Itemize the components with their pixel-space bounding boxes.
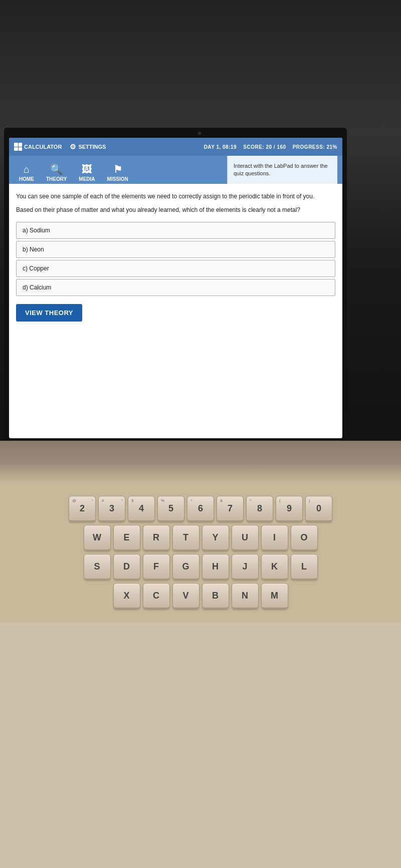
keyboard-row-asdf: S D F G H J K L xyxy=(5,554,396,580)
keyboard-area: @ * 2 # * 3 $ 4 % 5 ^ 6 & 7 * 8 ( xyxy=(0,486,401,622)
key-T[interactable]: T xyxy=(172,525,199,551)
gear-icon: ⚙ xyxy=(70,143,76,151)
calculator-icon xyxy=(14,143,22,151)
answer-c[interactable]: c) Copper xyxy=(16,260,335,277)
key-2[interactable]: @ * 2 xyxy=(69,496,96,522)
home-icon: ⌂ xyxy=(24,164,30,175)
key-4[interactable]: $ 4 xyxy=(128,496,155,522)
key-O[interactable]: O xyxy=(291,525,318,551)
key-7[interactable]: & 7 xyxy=(217,496,244,522)
key-3[interactable]: # * 3 xyxy=(98,496,125,522)
answer-d[interactable]: d) Calcium xyxy=(16,279,335,296)
key-N[interactable]: N xyxy=(232,583,259,609)
key-J[interactable]: J xyxy=(232,554,259,580)
key-C[interactable]: C xyxy=(143,583,170,609)
key-F[interactable]: F xyxy=(143,554,170,580)
question-text: You can see one sample of each of the el… xyxy=(16,192,335,215)
calculator-button[interactable]: CALCULATOR xyxy=(14,143,62,151)
question-body: Based on their phase of matter and what … xyxy=(16,205,335,215)
answers-list: a) Sodium b) Neon c) Copper d) Calcium xyxy=(16,222,335,296)
top-bar: CALCULATOR ⚙ SETTINGS DAY 1, 08:19 SCORE… xyxy=(9,138,342,156)
key-9[interactable]: ( 9 xyxy=(276,496,303,522)
key-E[interactable]: E xyxy=(113,525,140,551)
score-label: SCORE: 20 / 160 xyxy=(243,144,286,150)
key-6[interactable]: ^ 6 xyxy=(187,496,214,522)
main-content: You can see one sample of each of the el… xyxy=(9,184,342,438)
key-H[interactable]: H xyxy=(202,554,229,580)
top-bar-left: CALCULATOR ⚙ SETTINGS xyxy=(14,143,106,151)
key-5[interactable]: % 5 xyxy=(157,496,184,522)
intro-text: You can see one sample of each of the el… xyxy=(16,192,335,201)
key-R[interactable]: R xyxy=(143,525,170,551)
media-icon: 🖼 xyxy=(82,164,92,175)
key-L[interactable]: L xyxy=(291,554,318,580)
key-Y[interactable]: Y xyxy=(202,525,229,551)
settings-label: SETTINGS xyxy=(78,144,106,150)
nav-home-label: HOME xyxy=(19,176,34,182)
theory-icon: 🔍 xyxy=(50,163,63,175)
key-U[interactable]: U xyxy=(232,525,259,551)
view-theory-button[interactable]: VIEW THEORY xyxy=(16,304,82,322)
answer-a[interactable]: a) Sodium xyxy=(16,222,335,239)
key-G[interactable]: G xyxy=(172,554,199,580)
keyboard-row-numbers: @ * 2 # * 3 $ 4 % 5 ^ 6 & 7 * 8 ( xyxy=(5,496,396,522)
nav-theory-label: THEORY xyxy=(46,176,67,182)
key-8[interactable]: * 8 xyxy=(246,496,273,522)
nav-theory[interactable]: 🔍 THEORY xyxy=(41,160,72,184)
day-info: DAY 1, 08:19 xyxy=(204,144,237,150)
answer-b[interactable]: b) Neon xyxy=(16,241,335,258)
nav-mission-label: MISSION xyxy=(107,176,128,182)
key-D[interactable]: D xyxy=(113,554,140,580)
webcam-dot xyxy=(198,132,201,135)
nav-info-text: Interact with the LabPad to answer the q… xyxy=(227,156,337,184)
key-K[interactable]: K xyxy=(261,554,288,580)
calculator-label: CALCULATOR xyxy=(24,144,62,150)
nav-media-label: MEDIA xyxy=(79,176,95,182)
key-S[interactable]: S xyxy=(84,554,111,580)
keyboard-row-zxcv: X C V B N M xyxy=(5,583,396,609)
nav-home[interactable]: ⌂ HOME xyxy=(14,161,39,184)
key-I[interactable]: I xyxy=(261,525,288,551)
key-B[interactable]: B xyxy=(202,583,229,609)
app-window: CALCULATOR ⚙ SETTINGS DAY 1, 08:19 SCORE… xyxy=(9,138,342,438)
header-info: DAY 1, 08:19 SCORE: 20 / 160 PROGRESS: 2… xyxy=(204,144,337,150)
key-M[interactable]: M xyxy=(261,583,288,609)
screen-area: CALCULATOR ⚙ SETTINGS DAY 1, 08:19 SCORE… xyxy=(9,138,342,438)
mission-icon: ⚑ xyxy=(113,163,122,175)
keyboard-row-qwerty: W E R T Y U I O xyxy=(5,525,396,551)
key-0[interactable]: ) 0 xyxy=(305,496,332,522)
nav-bar: ⌂ HOME 🔍 THEORY 🖼 MEDIA ⚑ MISSION Intera… xyxy=(9,156,342,184)
key-W[interactable]: W xyxy=(84,525,111,551)
settings-button[interactable]: ⚙ SETTINGS xyxy=(70,143,106,151)
nav-mission[interactable]: ⚑ MISSION xyxy=(102,160,133,184)
nav-items: ⌂ HOME 🔍 THEORY 🖼 MEDIA ⚑ MISSION xyxy=(14,156,227,184)
nav-media[interactable]: 🖼 MEDIA xyxy=(74,161,100,184)
progress-label: PROGRESS: 21% xyxy=(293,144,337,150)
key-X[interactable]: X xyxy=(113,583,140,609)
key-V[interactable]: V xyxy=(172,583,199,609)
